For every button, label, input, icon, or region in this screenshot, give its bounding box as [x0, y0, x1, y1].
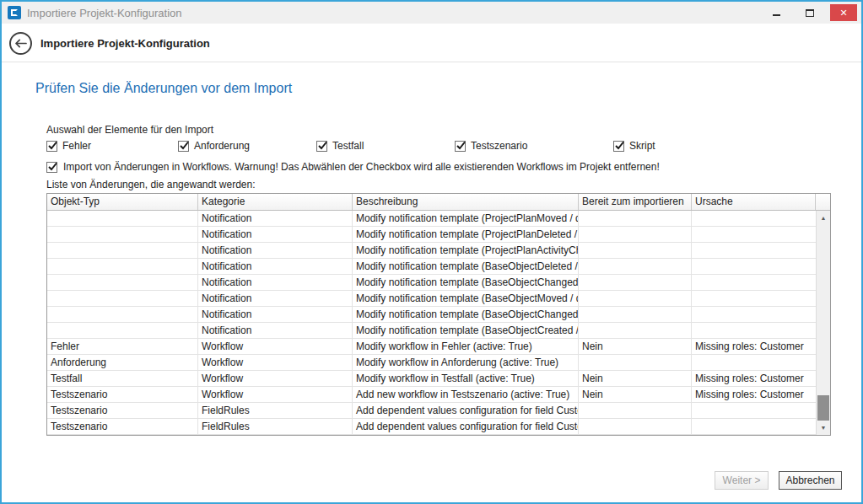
checkbox-icon[interactable]: [613, 141, 624, 152]
close-icon: ✕: [839, 8, 847, 18]
table-row[interactable]: NotificationModify notification template…: [47, 275, 816, 291]
checkbox-icon[interactable]: [455, 141, 466, 152]
table-cell: Testfall: [47, 371, 198, 386]
table-cell: Add dependent values configuration for f…: [353, 403, 579, 418]
app-icon: [8, 6, 21, 19]
table-cell: Testszenario: [47, 387, 198, 402]
table-cell: Modify notification template (ProjectPla…: [353, 227, 579, 242]
checkbox-icon[interactable]: [46, 141, 57, 152]
checkbox-label: Skript: [629, 140, 655, 152]
table-cell: Modify workflow in Fehler (active: True): [353, 339, 579, 354]
checkbox-icon[interactable]: [178, 141, 189, 152]
table-cell: Notification: [198, 243, 353, 258]
window-title: Importiere Projekt-Konfiguration: [27, 7, 182, 19]
table-cell: Modify notification template (ProjectPla…: [353, 211, 579, 226]
table-cell: Nein: [579, 371, 692, 386]
table-cell: [47, 291, 198, 306]
selection-label: Auswahl der Elemente für den Import: [46, 124, 213, 136]
table-cell: [692, 419, 816, 434]
table-cell: [692, 243, 816, 258]
table-row[interactable]: FehlerWorkflowModify workflow in Fehler …: [47, 339, 816, 355]
checkbox-label: Testfall: [332, 140, 364, 152]
table-cell: [47, 307, 198, 322]
checkbox-anforderung[interactable]: Anforderung: [178, 140, 316, 152]
table-row[interactable]: NotificationModify notification template…: [47, 323, 816, 339]
scroll-down-icon: ▼: [821, 425, 827, 431]
checkbox-testszenario[interactable]: Testszenario: [455, 140, 613, 152]
next-button[interactable]: Weiter >: [715, 471, 769, 490]
table-row[interactable]: AnforderungWorkflowModify workflow in An…: [47, 355, 816, 371]
column-header-ursache[interactable]: Ursache: [692, 194, 816, 210]
checkbox-label: Fehler: [62, 140, 91, 152]
table-cell: Notification: [198, 307, 353, 322]
table-cell: Modify notification template (BaseObject…: [353, 307, 579, 322]
table-cell: FieldRules: [198, 403, 353, 418]
table-row[interactable]: NotificationModify notification template…: [47, 211, 816, 227]
table-row[interactable]: NotificationModify notification template…: [47, 227, 816, 243]
maximize-icon: [806, 9, 814, 17]
maximize-button[interactable]: [796, 4, 823, 21]
back-arrow-icon: [14, 39, 27, 48]
checkbox-icon[interactable]: [46, 162, 57, 173]
checkbox-fehler[interactable]: Fehler: [46, 140, 178, 152]
column-header-kategorie[interactable]: Kategorie: [198, 194, 353, 210]
table-cell: Modify workflow in Testfall (active: Tru…: [353, 371, 579, 386]
table-cell: Anforderung: [47, 355, 198, 370]
cancel-button[interactable]: Abbrechen: [779, 471, 842, 490]
table-cell: [692, 291, 816, 306]
column-header-bereit[interactable]: Bereit zum importieren: [579, 194, 692, 210]
table-row[interactable]: NotificationModify notification template…: [47, 259, 816, 275]
table-row[interactable]: TestszenarioFieldRulesAdd dependent valu…: [47, 419, 816, 435]
table-cell: [692, 211, 816, 226]
page-header: Importiere Projekt-Konfiguration: [2, 25, 861, 62]
table-row[interactable]: TestszenarioFieldRulesAdd dependent valu…: [47, 403, 816, 419]
column-header-objekt-typ[interactable]: Objekt-Typ: [47, 194, 198, 210]
table-row[interactable]: TestfallWorkflowModify workflow in Testf…: [47, 371, 816, 387]
table-cell: Modify notification template (BaseObject…: [353, 323, 579, 338]
table-cell: [692, 307, 816, 322]
table-cell: [579, 323, 692, 338]
checkbox-skript[interactable]: Skript: [613, 140, 655, 152]
back-button[interactable]: [9, 32, 32, 55]
table-cell: [47, 259, 198, 274]
table-cell: Modify notification template (BaseObject…: [353, 275, 579, 290]
scroll-up-icon: ▲: [821, 215, 827, 221]
checkbox-testfall[interactable]: Testfall: [316, 140, 455, 152]
page-heading: Prüfen Sie die Änderungen vor dem Import: [35, 81, 292, 96]
table-cell: [692, 403, 816, 418]
table-cell: Testszenario: [47, 419, 198, 434]
minimize-button[interactable]: [763, 4, 790, 21]
vertical-scrollbar[interactable]: ▲ ▼: [816, 211, 830, 435]
table-cell: [47, 211, 198, 226]
table-cell: Add dependent values configuration for f…: [353, 419, 579, 434]
close-button[interactable]: ✕: [830, 4, 857, 21]
table-cell: Workflow: [198, 339, 353, 354]
table-cell: Notification: [198, 227, 353, 242]
table-cell: [579, 227, 692, 242]
table-cell: [579, 403, 692, 418]
table-cell: [692, 259, 816, 274]
checkbox-icon[interactable]: [316, 141, 327, 152]
table-row[interactable]: NotificationModify notification template…: [47, 243, 816, 259]
table-cell: Fehler: [47, 339, 198, 354]
type-checkbox-row: Fehler Anforderung Testfall Testszenario…: [46, 140, 655, 152]
table-cell: [579, 259, 692, 274]
table-row[interactable]: TestszenarioWorkflowAdd new workflow in …: [47, 387, 816, 403]
table-cell: Missing roles: Customer: [692, 387, 816, 402]
table-row[interactable]: NotificationModify notification template…: [47, 291, 816, 307]
table-cell: Workflow: [198, 371, 353, 386]
scroll-down-button[interactable]: ▼: [817, 421, 830, 435]
table-cell: Missing roles: Customer: [692, 339, 816, 354]
table-cell: [692, 323, 816, 338]
scrollbar-thumb[interactable]: [817, 395, 829, 421]
workflow-checkbox[interactable]: Import von Änderungen in Workflows. Warn…: [46, 161, 660, 173]
table-cell: [579, 275, 692, 290]
table-row[interactable]: NotificationModify notification template…: [47, 307, 816, 323]
workflow-checkbox-label: Import von Änderungen in Workflows. Warn…: [63, 161, 660, 173]
table-cell: [47, 323, 198, 338]
scroll-up-button[interactable]: ▲: [817, 211, 830, 225]
table-cell: Notification: [198, 291, 353, 306]
table-label: Liste von Änderungen, die angewandt werd…: [46, 179, 256, 190]
column-header-beschreibung[interactable]: Beschreibung: [353, 194, 579, 210]
window-controls: ✕: [763, 4, 861, 21]
